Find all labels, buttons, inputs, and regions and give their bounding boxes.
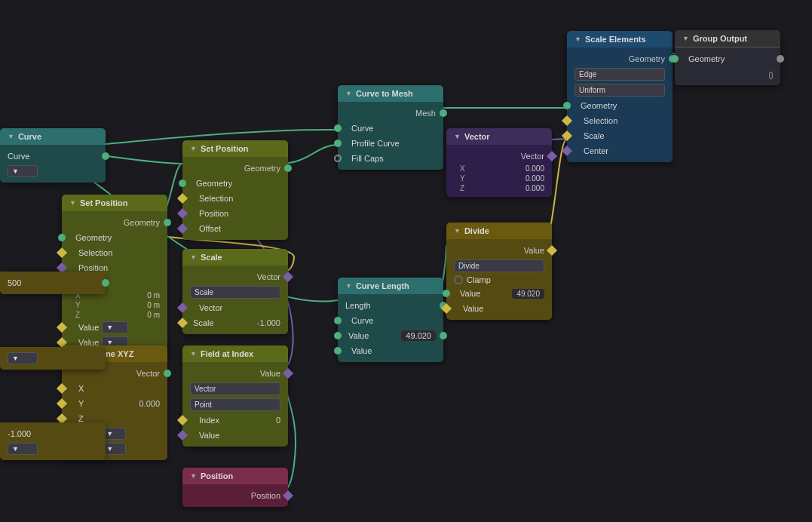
- val3-body: -1.000 ▼: [0, 422, 106, 460]
- sp1-y-val: 0 m: [147, 301, 160, 309]
- sp2-sel-socket[interactable]: [177, 193, 188, 204]
- scale-val-socket[interactable]: [177, 318, 188, 328]
- sp2-geo-out-label: Geometry: [244, 164, 280, 173]
- se-geo-in-socket[interactable]: [563, 102, 571, 109]
- cxyz-vec-out-socket[interactable]: [164, 370, 171, 377]
- vec-out-socket[interactable]: [547, 151, 557, 161]
- sp2-pos-socket[interactable]: [177, 208, 188, 219]
- sp1-geometry-in-socket[interactable]: [58, 234, 66, 241]
- sp2-off-socket[interactable]: [177, 223, 188, 234]
- se-geo-out-label: Geometry: [629, 54, 665, 63]
- se-edge-select[interactable]: Edge: [575, 68, 665, 81]
- curve-length-header: ▼ Curve Length: [338, 278, 443, 294]
- field-at-index-body: Value Vector Point Index 0 Value: [182, 362, 288, 447]
- sp1-value-socket[interactable]: [57, 322, 67, 333]
- se-geo-in: Geometry: [567, 98, 673, 113]
- sp1-value-select[interactable]: ▼: [102, 321, 128, 333]
- vector-header: ▼ Vector: [446, 128, 552, 145]
- scale-type-select[interactable]: Scale: [190, 286, 280, 299]
- se-center-in: Center: [567, 143, 673, 158]
- sp1-geometry-in: Geometry: [62, 230, 167, 245]
- div-val2-in: Value: [446, 301, 552, 316]
- divide-op-select[interactable]: Divide: [454, 259, 544, 272]
- sp1-geometry-out-socket[interactable]: [164, 219, 171, 226]
- val2-select-row: ▼: [0, 351, 106, 366]
- sp1-selection-socket[interactable]: [57, 247, 67, 258]
- fai-val-out-socket[interactable]: [283, 368, 293, 379]
- cxyz-val2-select[interactable]: ▼: [102, 443, 126, 455]
- cl-val-socket[interactable]: [334, 332, 342, 339]
- cl-val-out-socket[interactable]: [440, 332, 447, 339]
- curve-to-mesh-body: Mesh Curve Profile Curve Fill Caps: [338, 102, 443, 170]
- curve-length-body: Length Curve Value 49.020 Value: [338, 294, 443, 362]
- val1-body: 500: [0, 272, 106, 294]
- se-scale-label: Scale: [584, 131, 605, 140]
- group-output-header: ▼ Group Output: [675, 30, 780, 48]
- val2-select[interactable]: ▼: [8, 352, 38, 364]
- se-sel-socket[interactable]: [562, 115, 572, 126]
- div-val1-in: Value 49.020: [446, 286, 552, 301]
- sp2-off-label: Offset: [199, 224, 221, 233]
- curve-node-body: Curve ▼: [0, 145, 106, 183]
- scale-title: Scale: [201, 253, 222, 262]
- vec-x-val: 0.000: [526, 164, 544, 173]
- se-scale-socket[interactable]: [562, 130, 572, 141]
- val1-label-row: 500: [0, 275, 106, 290]
- curve-length-node: ▼ Curve Length Length Curve Value 49.020…: [338, 278, 443, 362]
- val2-body: ▼: [0, 347, 106, 370]
- fai-val-out-label: Value: [260, 369, 280, 378]
- curve-output-socket[interactable]: [102, 152, 109, 160]
- scale-vec-in-socket[interactable]: [177, 302, 188, 313]
- val3-select[interactable]: ▼: [8, 443, 38, 455]
- divide-node: ▼ Divide Value Divide Clamp Value 49.020…: [446, 223, 552, 320]
- sp2-sel-label: Selection: [199, 194, 233, 203]
- curve-type-select[interactable]: ▼: [8, 165, 38, 177]
- cxyz-y-socket[interactable]: [57, 398, 67, 409]
- value-node-1: 500: [0, 272, 106, 294]
- div-val-out-socket[interactable]: [547, 245, 557, 256]
- vec-x-row: X 0.000: [446, 164, 552, 173]
- go-geo-out-socket[interactable]: [777, 55, 784, 63]
- go-geo-in-socket[interactable]: [671, 55, 679, 63]
- se-sel-in: Selection: [567, 113, 673, 128]
- val1-socket[interactable]: [102, 279, 109, 287]
- fai-type-select[interactable]: Vector: [190, 382, 280, 395]
- div-clamp-checkbox[interactable]: [454, 275, 463, 284]
- position-out-socket[interactable]: [283, 490, 293, 501]
- scale-vec-in-label: Vector: [199, 303, 222, 312]
- fai-val-in-label: Value: [199, 431, 219, 440]
- scale-vec-out-socket[interactable]: [283, 272, 293, 282]
- cxyz-x-socket[interactable]: [57, 383, 67, 394]
- ctm-fillcaps-socket[interactable]: [334, 155, 342, 162]
- set-position-2-body: Geometry Geometry Selection Position Off…: [182, 157, 288, 240]
- ctm-mesh-out-socket[interactable]: [440, 109, 447, 117]
- curve-to-mesh-title: Curve to Mesh: [356, 89, 413, 98]
- divide-header: ▼ Divide: [446, 223, 552, 239]
- cxyz-val-select[interactable]: ▼: [102, 428, 126, 440]
- ctm-curve-in-socket[interactable]: [334, 124, 342, 132]
- cl-length-out-label: Length: [345, 301, 371, 310]
- vec-out-row: Vector: [446, 149, 552, 164]
- ctm-fillcaps-in: Fill Caps: [338, 151, 443, 166]
- se-uniform-select[interactable]: Uniform: [575, 84, 665, 97]
- div-val1-socket[interactable]: [443, 290, 450, 297]
- div-val-out-label: Value: [524, 246, 544, 255]
- div-val2-label: Value: [463, 304, 483, 313]
- fai-domain-select[interactable]: Point: [190, 398, 280, 411]
- se-center-socket[interactable]: [562, 146, 572, 156]
- ctm-profile-socket[interactable]: [334, 140, 342, 147]
- ctm-profile-in: Profile Curve: [338, 136, 443, 151]
- sp2-geo-out-socket[interactable]: [284, 164, 292, 172]
- sp2-geo-in-socket[interactable]: [179, 180, 186, 187]
- scale-node: ▼ Scale Vector Scale Vector Scale -1.000: [182, 249, 288, 334]
- ctm-curve-in: Curve: [338, 121, 443, 136]
- scale-elements-body: Geometry Edge Uniform Geometry Selection…: [567, 48, 673, 162]
- fai-index-socket[interactable]: [177, 415, 188, 425]
- position-out-label: Position: [251, 491, 280, 500]
- vec-out-label: Vector: [521, 152, 544, 161]
- scale-vector-out: Vector: [182, 269, 288, 284]
- cl-val2-socket[interactable]: [334, 347, 342, 355]
- fai-val-in-socket[interactable]: [177, 430, 188, 441]
- cl-curve-in-socket[interactable]: [334, 317, 342, 324]
- cl-curve-in: Curve: [338, 313, 443, 328]
